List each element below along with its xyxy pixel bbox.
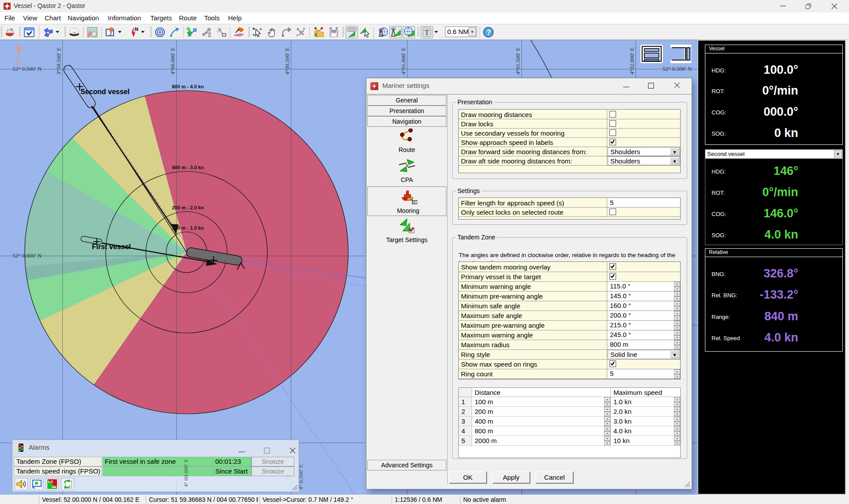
svg-text:52° 0.000′ N: 52° 0.000′ N bbox=[12, 252, 42, 259]
svg-text:4°00.500′ E: 4°00.500′ E bbox=[284, 47, 290, 75]
svg-text:3°59.500′ E: 3°59.500′ E bbox=[55, 47, 62, 75]
svg-text:Second vessel: Second vessel bbox=[80, 88, 129, 95]
svg-text:4°00.000′ E: 4°00.000′ E bbox=[169, 47, 176, 75]
svg-text:N: N bbox=[135, 27, 138, 32]
svg-text:?: ? bbox=[487, 29, 491, 36]
svg-text:UK: UK bbox=[52, 485, 57, 489]
svg-text:T: T bbox=[425, 29, 429, 36]
svg-text:N: N bbox=[15, 61, 20, 68]
svg-text:100 m - 1.0 kn: 100 m - 1.0 kn bbox=[172, 225, 204, 231]
svg-text:4°01.000′ E: 4°01.000′ E bbox=[400, 47, 407, 75]
svg-text:200 m - 2.0 kn: 200 m - 2.0 kn bbox=[172, 205, 204, 210]
svg-text:52° 0.500′ N: 52° 0.500′ N bbox=[662, 65, 692, 72]
svg-text:800 m - 4.0 kn: 800 m - 4.0 kn bbox=[172, 84, 204, 89]
svg-text:4°02.000′ E: 4°02.000′ E bbox=[628, 47, 635, 75]
svg-text:4°01.500′ E: 4°01.500′ E bbox=[514, 47, 521, 75]
svg-text:First vessel: First vessel bbox=[92, 243, 131, 250]
svg-text:LO: LO bbox=[48, 480, 53, 484]
svg-text:400 m - 3.0 kn: 400 m - 3.0 kn bbox=[172, 165, 204, 170]
